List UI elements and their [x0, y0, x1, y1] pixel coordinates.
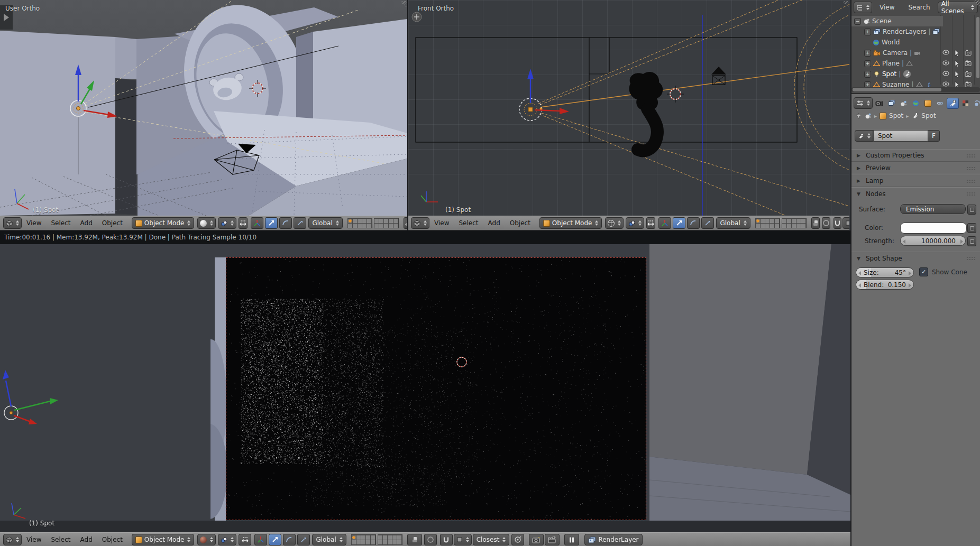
viewport-user-ortho-scene[interactable]: [0, 0, 407, 216]
restrict-toggles[interactable]: [942, 60, 972, 67]
breadcrumb-data-name[interactable]: Spot: [921, 112, 936, 119]
outliner-horizontal-scrollbar-track[interactable]: [851, 87, 980, 92]
translate-manipulator-button[interactable]: [265, 217, 278, 229]
menu-add[interactable]: Add: [483, 219, 505, 227]
axis-tripod-button[interactable]: [254, 534, 267, 545]
outliner-row-camera[interactable]: + Camera |: [851, 48, 953, 58]
scale-manipulator-button[interactable]: [701, 217, 714, 229]
panel-drag-dots[interactable]: [966, 192, 976, 196]
tab-render[interactable]: [874, 98, 885, 108]
panel-drag-dots[interactable]: [966, 179, 976, 183]
color-node-toggle[interactable]: [967, 223, 976, 233]
cursor-select-icon[interactable]: [954, 60, 960, 67]
menu-select[interactable]: Select: [46, 536, 75, 543]
mode-dropdown[interactable]: Object Mode: [132, 217, 195, 229]
panel-drag-dots[interactable]: [966, 154, 976, 158]
menu-view[interactable]: View: [22, 536, 46, 543]
strength-field[interactable]: 10000.000: [900, 236, 966, 246]
fake-user-button[interactable]: F: [928, 130, 940, 142]
breadcrumb-object-name[interactable]: Spot: [889, 112, 903, 119]
surface-node-toggle[interactable]: [967, 205, 976, 215]
menu-view[interactable]: View: [22, 219, 46, 227]
menu-select[interactable]: Select: [454, 219, 483, 227]
outliner-row-spot[interactable]: + Spot |: [851, 69, 953, 79]
axis-tripod-button[interactable]: [658, 217, 671, 229]
tab-object[interactable]: [922, 98, 933, 108]
tab-render-layers[interactable]: [886, 98, 897, 108]
editor-type-button[interactable]: [411, 217, 429, 229]
eye-icon[interactable]: [942, 50, 949, 55]
scale-manipulator-button[interactable]: [294, 217, 306, 229]
show-cone-checkbox[interactable]: ✓: [919, 267, 928, 276]
menu-object[interactable]: Object: [97, 536, 127, 543]
outliner-menu-view[interactable]: View: [873, 4, 901, 11]
spot-blend-slider[interactable]: Blend: 0.150: [856, 280, 914, 290]
panel-drag-dots[interactable]: [966, 256, 976, 261]
panel-preview[interactable]: ▶ Preview: [851, 162, 980, 174]
spot-lamp-gizmo[interactable]: [519, 69, 569, 121]
render-layer-dropdown[interactable]: RenderLayer: [584, 534, 642, 545]
menu-add[interactable]: Add: [76, 219, 97, 227]
suzanne-silhouette[interactable]: [629, 72, 663, 151]
eye-icon[interactable]: [942, 60, 949, 66]
mode-dropdown[interactable]: Object Mode: [539, 217, 602, 229]
manipulator-toggle[interactable]: [239, 217, 248, 229]
strength-node-toggle[interactable]: [967, 236, 976, 246]
outliner-row-scene[interactable]: − Scene: [851, 16, 943, 26]
pivot-dropdown[interactable]: [626, 217, 644, 229]
properties-editor[interactable]: ▸ Spot ▸ Spot Spot F ▶: [851, 94, 980, 546]
lock-to-scene-button[interactable]: [811, 217, 820, 229]
render-restrict-icon[interactable]: [965, 50, 972, 55]
expand-icon[interactable]: +: [864, 60, 871, 67]
panel-custom-properties[interactable]: ▶ Custom Properties: [851, 149, 980, 162]
snap-mode-dropdown[interactable]: Closest: [473, 534, 510, 545]
editor-type-button[interactable]: [854, 97, 873, 109]
layers-group-1[interactable]: [347, 218, 372, 228]
orientation-dropdown[interactable]: Global: [312, 534, 346, 545]
menu-select[interactable]: Select: [46, 219, 75, 227]
outliner-menu-search[interactable]: Search: [902, 4, 936, 11]
render-restrict-icon[interactable]: [965, 81, 972, 87]
lock-to-scene-button[interactable]: [407, 534, 422, 545]
datablock-name-input[interactable]: Spot: [873, 130, 928, 142]
rotate-manipulator-button[interactable]: [687, 217, 700, 229]
menu-view[interactable]: View: [429, 219, 454, 227]
orientation-dropdown[interactable]: Global: [716, 217, 750, 229]
outliner-row-plane[interactable]: + Plane |: [851, 58, 953, 69]
layers-group-2[interactable]: [374, 218, 399, 228]
snap-element-dropdown[interactable]: [454, 534, 472, 545]
pivot-dropdown[interactable]: [218, 217, 236, 229]
shading-dropdown[interactable]: [197, 534, 216, 545]
collapse-icon[interactable]: −: [854, 18, 861, 25]
render-animation-button[interactable]: [545, 534, 560, 545]
object-icon[interactable]: [880, 113, 886, 119]
shading-dropdown[interactable]: [605, 217, 624, 229]
tab-scene[interactable]: [898, 98, 909, 108]
outliner-horizontal-scrollbar[interactable]: [853, 88, 941, 91]
editor-type-button[interactable]: [854, 2, 872, 13]
snap-element-dropdown[interactable]: [842, 217, 849, 229]
render-restrict-icon[interactable]: [965, 60, 972, 66]
snap-toggle-button[interactable]: [834, 217, 841, 229]
pin-icon[interactable]: [856, 112, 862, 119]
tab-world[interactable]: [910, 98, 921, 108]
lamp-data-icon[interactable]: [911, 112, 919, 119]
toolshelf-plus-button[interactable]: [412, 12, 422, 22]
panel-lamp[interactable]: ▶ Lamp: [851, 174, 980, 187]
tab-constraints[interactable]: [935, 98, 946, 108]
tab-texture[interactable]: [960, 98, 971, 108]
tab-lamp-data[interactable]: [947, 98, 959, 109]
layers-group-1[interactable]: [351, 534, 376, 545]
menu-object[interactable]: Object: [505, 219, 535, 227]
expand-icon[interactable]: +: [864, 71, 871, 78]
eye-icon[interactable]: [942, 81, 949, 87]
pivot-dropdown[interactable]: [218, 534, 236, 545]
outliner-row-world[interactable]: World: [851, 37, 961, 48]
rotate-manipulator-button[interactable]: [283, 534, 296, 545]
outliner-filter-dropdown[interactable]: All Scenes: [938, 2, 978, 13]
viewport-front-ortho[interactable]: Front Ortho (1) Spot: [408, 0, 849, 216]
expand-icon[interactable]: +: [864, 50, 871, 57]
outliner-vertical-scrollbar[interactable]: [976, 17, 979, 78]
render-opengl-button[interactable]: [424, 534, 437, 545]
viewport-rendered[interactable]: (1) Spot: [0, 244, 850, 532]
